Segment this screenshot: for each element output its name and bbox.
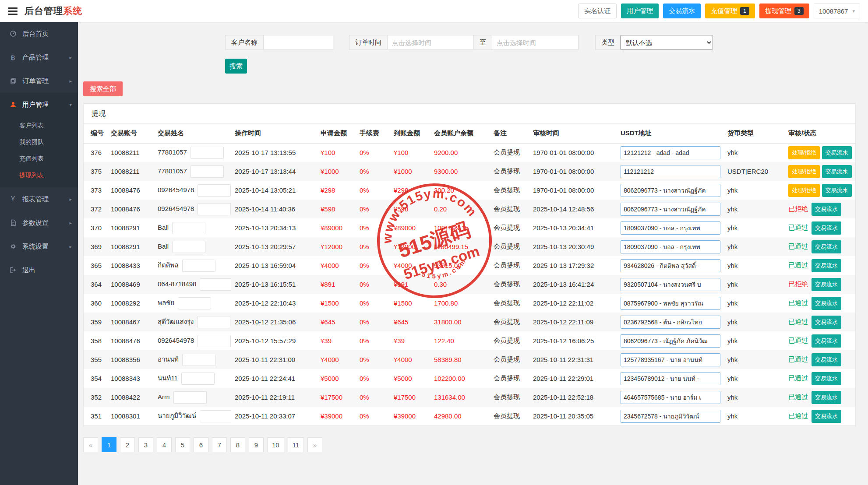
sidebar-item-withdraw-list[interactable]: 提现列表: [0, 167, 78, 184]
page-button[interactable]: 8: [230, 437, 245, 452]
cell-account: 10088292: [107, 294, 154, 313]
trade-flow-header-button[interactable]: 交易流水: [663, 4, 701, 18]
usdt-address-input[interactable]: [621, 278, 720, 291]
status-text: 已通过: [788, 299, 808, 306]
page-button[interactable]: 10: [267, 437, 284, 452]
sidebar-item-params[interactable]: 参数设置 ▸: [0, 211, 78, 235]
trade-flow-button[interactable]: 交易流水: [812, 372, 841, 385]
sidebar-item-system[interactable]: 系统设置 ▸: [0, 235, 78, 258]
search-form: 客户名称 订单时间 至 类型 默认不选: [225, 35, 868, 50]
sidebar-item-my-team[interactable]: 我的团队: [0, 134, 78, 151]
process-reject-button[interactable]: 处理/拒绝: [788, 165, 820, 178]
trade-flow-button[interactable]: 交易流水: [812, 297, 841, 310]
trade-flow-button[interactable]: 交易流水: [822, 146, 852, 159]
sidebar-item-logout[interactable]: 退出: [0, 258, 78, 282]
trade-flow-button[interactable]: 交易流水: [812, 391, 841, 404]
usdt-address-input[interactable]: [621, 297, 720, 310]
usdt-address-input[interactable]: [621, 165, 720, 178]
cell-status: 已通过交易流水: [785, 350, 855, 369]
cell-status: 已通过交易流水: [785, 331, 855, 350]
trade-flow-button[interactable]: 交易流水: [812, 334, 841, 348]
name-edit-input[interactable]: [198, 335, 231, 347]
trade-flow-button[interactable]: 交易流水: [822, 165, 852, 178]
name-edit-input[interactable]: [172, 222, 205, 234]
name-edit-input[interactable]: [197, 316, 230, 328]
trade-flow-button[interactable]: 交易流水: [812, 259, 841, 272]
table-row: 37610088211778010572025-10-17 13:13:55¥1…: [84, 143, 855, 162]
name-edit-input[interactable]: [182, 354, 215, 366]
name-edit-input[interactable]: [200, 278, 231, 291]
recharge-manage-button[interactable]: 充值管理1: [705, 4, 755, 18]
menu-toggle-icon[interactable]: [8, 6, 18, 17]
trade-flow-button[interactable]: 交易流水: [812, 316, 841, 329]
search-all-button[interactable]: 搜索全部: [83, 81, 123, 96]
type-select[interactable]: 默认不选: [620, 35, 713, 50]
realname-auth-button[interactable]: 实名认证: [578, 4, 617, 18]
name-edit-input[interactable]: [198, 203, 231, 215]
usdt-address-input[interactable]: [621, 391, 720, 404]
page-button[interactable]: 4: [157, 437, 172, 452]
trade-flow-button[interactable]: 交易流水: [812, 410, 841, 423]
page-button[interactable]: 2: [120, 437, 135, 452]
page-button[interactable]: 9: [249, 437, 264, 452]
usdt-address-input[interactable]: [621, 221, 720, 235]
cell-balance: 9200.00: [430, 143, 490, 162]
sidebar-item-users[interactable]: 用户管理 ▾: [0, 93, 78, 116]
page-prev-button[interactable]: «: [83, 437, 98, 452]
usdt-address-input[interactable]: [621, 334, 720, 348]
page-button[interactable]: 5: [175, 437, 190, 452]
usdt-address-input[interactable]: [621, 184, 720, 197]
process-reject-button[interactable]: 处理/拒绝: [788, 184, 820, 197]
page-button[interactable]: 6: [194, 437, 208, 452]
usdt-address-input[interactable]: [621, 372, 720, 385]
name-edit-input[interactable]: [173, 391, 207, 404]
end-time-input[interactable]: [492, 35, 579, 50]
usdt-address-input[interactable]: [621, 259, 720, 272]
customer-name-input[interactable]: [263, 35, 333, 50]
withdraw-manage-button[interactable]: 提现管理3: [759, 4, 809, 18]
button-label: 交易流水: [669, 7, 695, 15]
name-edit-input[interactable]: [191, 147, 224, 159]
process-reject-button[interactable]: 处理/拒绝: [788, 146, 820, 159]
search-button[interactable]: 搜索: [225, 59, 247, 74]
sidebar-item-products[interactable]: ฿ 产品管理 ▸: [0, 46, 78, 69]
cell-currency: yhk: [724, 275, 785, 294]
trade-flow-button[interactable]: 交易流水: [812, 203, 841, 216]
name-edit-input[interactable]: [181, 373, 215, 385]
usdt-address-input[interactable]: [621, 240, 720, 253]
sidebar-item-reports[interactable]: ¥ 报表管理 ▸: [0, 187, 78, 211]
usdt-address-input[interactable]: [621, 203, 720, 216]
name-edit-input[interactable]: [172, 241, 205, 253]
name-edit-input[interactable]: [178, 297, 211, 309]
sidebar-item-home[interactable]: 后台首页: [0, 22, 78, 46]
usdt-address-input[interactable]: [621, 146, 720, 159]
start-time-input[interactable]: [387, 35, 474, 50]
trade-flow-button[interactable]: 交易流水: [812, 353, 841, 366]
sidebar-item-orders[interactable]: 订单管理 ▸: [0, 69, 78, 93]
sidebar-item-recharge-list[interactable]: 充值列表: [0, 151, 78, 167]
usdt-address-input[interactable]: [621, 410, 720, 423]
user-manage-button[interactable]: 用户管理: [621, 4, 659, 18]
name-edit-input[interactable]: [198, 184, 231, 197]
name-edit-input[interactable]: [191, 165, 224, 178]
trade-flow-button[interactable]: 交易流水: [812, 240, 841, 253]
trade-flow-button[interactable]: 交易流水: [812, 278, 841, 291]
page-button[interactable]: 1: [102, 437, 116, 452]
usdt-address-input[interactable]: [621, 316, 720, 329]
cell-currency: yhk: [724, 350, 785, 369]
cell-status: 已通过交易流水: [785, 256, 855, 275]
trade-flow-button[interactable]: 交易流水: [812, 221, 841, 235]
page-button[interactable]: 3: [138, 437, 153, 452]
name-edit-input[interactable]: [182, 260, 215, 272]
trade-flow-button[interactable]: 交易流水: [822, 184, 852, 197]
sidebar-item-customer-list[interactable]: 客户列表: [0, 117, 78, 134]
cell-usdt: [617, 369, 724, 388]
cell-balance: 131634.00: [430, 388, 490, 407]
user-id-dropdown[interactable]: 10087867▾: [814, 4, 860, 18]
usdt-address-input[interactable]: [621, 353, 720, 366]
page-button[interactable]: 11: [288, 437, 304, 452]
cell-account: 10088422: [107, 388, 154, 407]
page-button[interactable]: 7: [212, 437, 227, 452]
name-edit-input[interactable]: [200, 410, 231, 422]
page-next-button[interactable]: »: [307, 437, 322, 452]
